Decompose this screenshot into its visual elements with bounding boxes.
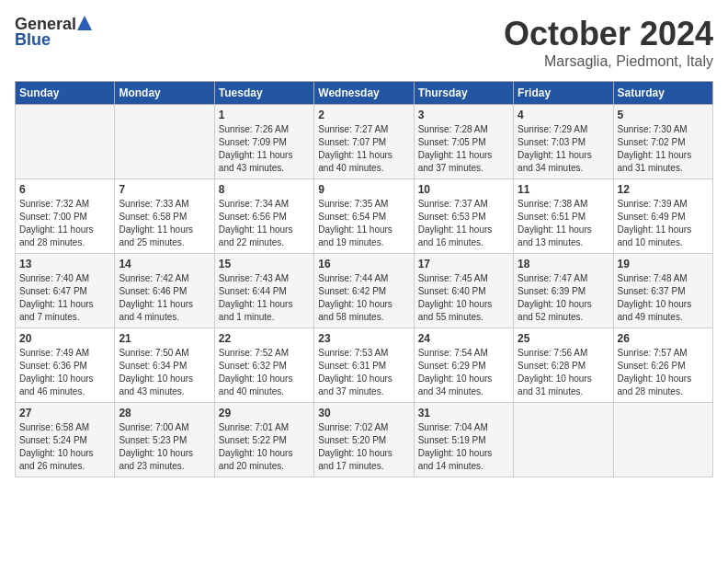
day-detail: Sunrise: 7:39 AM Sunset: 6:49 PM Dayligh… — [618, 199, 692, 247]
weekday-header: Saturday — [613, 82, 712, 105]
calendar-day-cell — [16, 105, 115, 179]
title-block: October 2024 Marsaglia, Piedmont, Italy — [504, 15, 713, 70]
calendar-day-cell: 9Sunrise: 7:35 AM Sunset: 6:54 PM Daylig… — [314, 179, 414, 254]
day-number: 11 — [518, 183, 609, 196]
day-number: 9 — [318, 183, 409, 196]
day-detail: Sunrise: 7:38 AM Sunset: 6:51 PM Dayligh… — [518, 199, 592, 247]
day-detail: Sunrise: 7:40 AM Sunset: 6:47 PM Dayligh… — [19, 273, 94, 322]
day-number: 13 — [19, 258, 110, 270]
day-number: 17 — [418, 258, 509, 270]
day-number: 20 — [19, 332, 110, 345]
day-detail: Sunrise: 7:30 AM Sunset: 7:02 PM Dayligh… — [618, 124, 692, 173]
day-number: 16 — [318, 258, 409, 270]
page-header: General Blue October 2024 Marsaglia, Pie… — [15, 15, 713, 70]
calendar-day-cell: 11Sunrise: 7:38 AM Sunset: 6:51 PM Dayli… — [514, 179, 613, 254]
calendar-week-row: 6Sunrise: 7:32 AM Sunset: 7:00 PM Daylig… — [16, 179, 713, 254]
calendar-day-cell — [514, 403, 613, 477]
day-number: 28 — [119, 407, 210, 419]
calendar-day-cell: 8Sunrise: 7:34 AM Sunset: 6:56 PM Daylig… — [214, 179, 313, 254]
logo: General Blue — [15, 15, 92, 50]
calendar-day-cell: 20Sunrise: 7:49 AM Sunset: 6:36 PM Dayli… — [16, 328, 115, 403]
day-detail: Sunrise: 7:04 AM Sunset: 5:19 PM Dayligh… — [418, 422, 493, 471]
day-number: 25 — [518, 332, 609, 345]
day-detail: Sunrise: 7:52 AM Sunset: 6:32 PM Dayligh… — [219, 348, 293, 396]
day-detail: Sunrise: 7:50 AM Sunset: 6:34 PM Dayligh… — [119, 348, 193, 396]
calendar-day-cell: 4Sunrise: 7:29 AM Sunset: 7:03 PM Daylig… — [514, 105, 613, 179]
calendar-day-cell: 26Sunrise: 7:57 AM Sunset: 6:26 PM Dayli… — [613, 328, 712, 403]
calendar-day-cell: 1Sunrise: 7:26 AM Sunset: 7:09 PM Daylig… — [214, 105, 313, 179]
calendar-body: 1Sunrise: 7:26 AM Sunset: 7:09 PM Daylig… — [16, 105, 713, 477]
day-number: 31 — [418, 407, 509, 419]
day-detail: Sunrise: 7:01 AM Sunset: 5:22 PM Dayligh… — [219, 422, 293, 471]
weekday-header: Wednesday — [314, 82, 414, 105]
day-detail: Sunrise: 7:02 AM Sunset: 5:20 PM Dayligh… — [318, 422, 392, 471]
calendar-day-cell — [115, 105, 214, 179]
location-text: Marsaglia, Piedmont, Italy — [504, 53, 713, 70]
calendar-day-cell: 21Sunrise: 7:50 AM Sunset: 6:34 PM Dayli… — [115, 328, 214, 403]
day-number: 23 — [318, 332, 409, 345]
day-detail: Sunrise: 7:48 AM Sunset: 6:37 PM Dayligh… — [618, 273, 692, 322]
calendar-day-cell — [613, 403, 712, 477]
calendar-header-row: SundayMondayTuesdayWednesdayThursdayFrid… — [16, 82, 713, 105]
day-detail: Sunrise: 7:56 AM Sunset: 6:28 PM Dayligh… — [518, 348, 592, 396]
day-detail: Sunrise: 7:33 AM Sunset: 6:58 PM Dayligh… — [119, 199, 193, 247]
calendar-day-cell: 17Sunrise: 7:45 AM Sunset: 6:40 PM Dayli… — [414, 254, 513, 328]
day-number: 14 — [119, 258, 210, 270]
day-number: 8 — [219, 183, 310, 196]
calendar-day-cell: 16Sunrise: 7:44 AM Sunset: 6:42 PM Dayli… — [314, 254, 414, 328]
calendar-day-cell: 5Sunrise: 7:30 AM Sunset: 7:02 PM Daylig… — [613, 105, 712, 179]
day-detail: Sunrise: 7:37 AM Sunset: 6:53 PM Dayligh… — [418, 199, 493, 247]
day-number: 10 — [418, 183, 509, 196]
day-number: 19 — [618, 258, 709, 270]
day-detail: Sunrise: 7:57 AM Sunset: 6:26 PM Dayligh… — [618, 348, 692, 396]
day-detail: Sunrise: 7:44 AM Sunset: 6:42 PM Dayligh… — [318, 273, 392, 322]
day-number: 18 — [518, 258, 609, 270]
day-detail: Sunrise: 7:43 AM Sunset: 6:44 PM Dayligh… — [219, 273, 293, 322]
day-detail: Sunrise: 7:00 AM Sunset: 5:23 PM Dayligh… — [119, 422, 193, 471]
day-number: 5 — [618, 109, 709, 121]
weekday-header: Thursday — [414, 82, 513, 105]
logo-triangle-icon — [77, 16, 92, 30]
calendar-day-cell: 12Sunrise: 7:39 AM Sunset: 6:49 PM Dayli… — [613, 179, 712, 254]
weekday-header: Monday — [115, 82, 214, 105]
day-detail: Sunrise: 7:29 AM Sunset: 7:03 PM Dayligh… — [518, 124, 592, 173]
day-number: 2 — [318, 109, 409, 121]
calendar-day-cell: 14Sunrise: 7:42 AM Sunset: 6:46 PM Dayli… — [115, 254, 214, 328]
day-number: 22 — [219, 332, 310, 345]
calendar-day-cell: 23Sunrise: 7:53 AM Sunset: 6:31 PM Dayli… — [314, 328, 414, 403]
svg-marker-0 — [77, 16, 92, 30]
calendar-day-cell: 3Sunrise: 7:28 AM Sunset: 7:05 PM Daylig… — [414, 105, 513, 179]
day-number: 30 — [318, 407, 409, 419]
calendar-day-cell: 18Sunrise: 7:47 AM Sunset: 6:39 PM Dayli… — [514, 254, 613, 328]
calendar-week-row: 20Sunrise: 7:49 AM Sunset: 6:36 PM Dayli… — [16, 328, 713, 403]
calendar-week-row: 13Sunrise: 7:40 AM Sunset: 6:47 PM Dayli… — [16, 254, 713, 328]
calendar-week-row: 27Sunrise: 6:58 AM Sunset: 5:24 PM Dayli… — [16, 403, 713, 477]
calendar-day-cell: 24Sunrise: 7:54 AM Sunset: 6:29 PM Dayli… — [414, 328, 513, 403]
day-detail: Sunrise: 7:47 AM Sunset: 6:39 PM Dayligh… — [518, 273, 592, 322]
day-detail: Sunrise: 7:32 AM Sunset: 7:00 PM Dayligh… — [19, 199, 94, 247]
logo-blue-text: Blue — [15, 30, 51, 50]
day-number: 26 — [618, 332, 709, 345]
calendar-day-cell: 30Sunrise: 7:02 AM Sunset: 5:20 PM Dayli… — [314, 403, 414, 477]
calendar-day-cell: 27Sunrise: 6:58 AM Sunset: 5:24 PM Dayli… — [16, 403, 115, 477]
day-detail: Sunrise: 7:54 AM Sunset: 6:29 PM Dayligh… — [418, 348, 493, 396]
calendar-day-cell: 13Sunrise: 7:40 AM Sunset: 6:47 PM Dayli… — [16, 254, 115, 328]
day-detail: Sunrise: 7:28 AM Sunset: 7:05 PM Dayligh… — [418, 124, 493, 173]
day-detail: Sunrise: 7:53 AM Sunset: 6:31 PM Dayligh… — [318, 348, 392, 396]
calendar-day-cell: 6Sunrise: 7:32 AM Sunset: 7:00 PM Daylig… — [16, 179, 115, 254]
day-number: 1 — [219, 109, 310, 121]
calendar-day-cell: 10Sunrise: 7:37 AM Sunset: 6:53 PM Dayli… — [414, 179, 513, 254]
day-number: 24 — [418, 332, 509, 345]
day-detail: Sunrise: 7:42 AM Sunset: 6:46 PM Dayligh… — [119, 273, 193, 322]
day-number: 12 — [618, 183, 709, 196]
day-detail: Sunrise: 7:45 AM Sunset: 6:40 PM Dayligh… — [418, 273, 493, 322]
day-detail: Sunrise: 7:49 AM Sunset: 6:36 PM Dayligh… — [19, 348, 94, 396]
calendar-day-cell: 22Sunrise: 7:52 AM Sunset: 6:32 PM Dayli… — [214, 328, 313, 403]
weekday-header: Tuesday — [214, 82, 313, 105]
calendar-day-cell: 19Sunrise: 7:48 AM Sunset: 6:37 PM Dayli… — [613, 254, 712, 328]
calendar-table: SundayMondayTuesdayWednesdayThursdayFrid… — [15, 81, 713, 477]
day-detail: Sunrise: 6:58 AM Sunset: 5:24 PM Dayligh… — [19, 422, 94, 471]
weekday-header: Friday — [514, 82, 613, 105]
calendar-day-cell: 31Sunrise: 7:04 AM Sunset: 5:19 PM Dayli… — [414, 403, 513, 477]
day-number: 6 — [19, 183, 110, 196]
